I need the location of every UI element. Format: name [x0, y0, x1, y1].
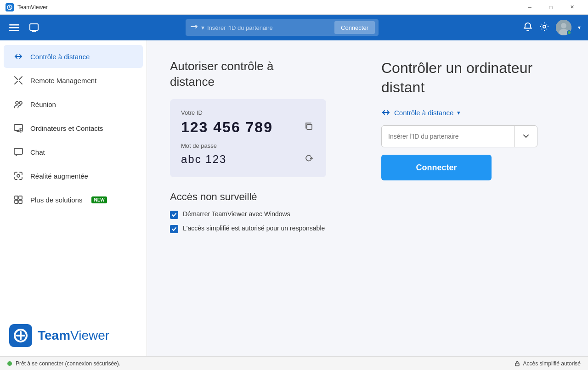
right-panel: Contrôler un ordinateurdistant Contrôle … — [381, 59, 565, 338]
app-title: TeamViewer — [17, 4, 48, 11]
lock-icon — [514, 360, 520, 367]
sidebar-item-remote-management[interactable]: Remote Management — [4, 69, 143, 92]
title-bar-left: TeamViewer — [6, 3, 48, 11]
copy-id-button[interactable] — [302, 120, 315, 135]
teamviewer-logo-text: TeamViewer — [38, 328, 109, 343]
quick-support-button[interactable] — [27, 20, 41, 35]
app-icon — [6, 3, 14, 11]
toolbar-connect-button[interactable]: Connecter — [334, 21, 375, 34]
partner-id-toolbar-wrap: ▾ Connecter — [186, 19, 379, 36]
remote-control-chevron-icon: ▾ — [457, 109, 460, 116]
settings-icon[interactable] — [539, 22, 549, 34]
notification-icon[interactable] — [523, 22, 533, 34]
left-panel: Autoriser contrôle àdistance Votre ID 12… — [170, 59, 354, 338]
sidebar-item-label-chat: Chat — [30, 148, 45, 156]
checkbox-2[interactable] — [170, 225, 178, 233]
partner-id-wrap — [381, 125, 537, 147]
svg-rect-17 — [15, 200, 18, 203]
sidebar: Contrôle à distance Remote Management Ré… — [0, 40, 147, 356]
reunion-icon — [13, 99, 24, 109]
toolbar-arrow-icon — [189, 22, 198, 34]
refresh-password-button[interactable] — [302, 152, 315, 167]
toolbar-partner-id-input[interactable] — [207, 24, 332, 31]
svg-point-5 — [543, 25, 546, 28]
left-section-title: Autoriser contrôle àdistance — [170, 59, 354, 90]
toolbar-center: ▾ Connecter — [47, 19, 517, 36]
main-layout: Contrôle à distance Remote Management Ré… — [0, 40, 588, 356]
partner-id-input[interactable] — [382, 133, 514, 140]
status-left: Prêt à se connecter (connexion sécurisée… — [7, 360, 120, 367]
partner-id-chevron-button[interactable] — [514, 125, 537, 147]
sidebar-item-label-computers-contacts: Ordinateurs et Contacts — [30, 124, 103, 132]
sidebar-item-reunion[interactable]: Réunion — [4, 93, 143, 116]
main-content: Autoriser contrôle àdistance Votre ID 12… — [147, 40, 588, 356]
svg-rect-13 — [14, 148, 23, 154]
simplified-access-text: Accès simplifié autorisé — [523, 360, 581, 367]
svg-point-14 — [17, 174, 20, 177]
password-label: Mot de passe — [181, 142, 315, 149]
sidebar-item-computers-contacts[interactable]: Ordinateurs et Contacts — [4, 117, 143, 140]
sidebar-item-chat[interactable]: Chat — [4, 140, 143, 163]
avatar-chevron-icon[interactable]: ▾ — [578, 24, 581, 31]
id-number: 123 456 789 — [181, 119, 273, 136]
svg-rect-22 — [515, 363, 519, 366]
sidebar-bottom: TeamViewer — [0, 315, 147, 356]
title-bar: TeamViewer ─ □ ✕ — [0, 0, 588, 15]
remote-control-link-label: Contrôle à distance — [394, 109, 453, 117]
svg-rect-21 — [307, 124, 312, 129]
svg-rect-4 — [30, 24, 38, 30]
status-bar: Prêt à se connecter (connexion sécurisée… — [0, 356, 588, 370]
unattended-title: Accès non surveillé — [170, 191, 354, 203]
sidebar-item-label-reunion: Réunion — [30, 101, 56, 108]
checkbox-label-1: Démarrer TeamViewer avec Windows — [183, 210, 290, 218]
computers-contacts-icon — [13, 123, 24, 133]
svg-rect-1 — [9, 24, 19, 26]
avatar-wrap[interactable] — [556, 20, 571, 35]
close-button[interactable]: ✕ — [561, 0, 582, 15]
svg-rect-2 — [9, 27, 19, 28]
sidebar-item-ar[interactable]: Réalité augmentée — [4, 164, 143, 187]
svg-point-10 — [19, 101, 22, 104]
solutions-icon — [13, 195, 24, 205]
sidebar-item-solutions[interactable]: Plus de solutions NEW — [4, 188, 143, 211]
sidebar-item-label-remote-management: Remote Management — [30, 77, 96, 84]
svg-rect-16 — [19, 196, 22, 199]
sidebar-nav: Contrôle à distance Remote Management Ré… — [0, 40, 147, 212]
sidebar-item-label-solutions: Plus de solutions — [30, 196, 82, 204]
connect-button[interactable]: Connecter — [381, 155, 492, 180]
window-controls: ─ □ ✕ — [519, 0, 582, 15]
svg-rect-3 — [9, 30, 19, 31]
toolbar-dropdown-icon[interactable]: ▾ — [201, 24, 204, 31]
maximize-button[interactable]: □ — [540, 0, 561, 15]
id-card-value: 123 456 789 — [181, 119, 315, 136]
checkbox-row-2: L'accès simplifié est autorisé pour un r… — [170, 224, 354, 233]
svg-rect-18 — [19, 200, 22, 203]
right-section-title: Contrôler un ordinateurdistant — [381, 59, 565, 97]
toolbar-right: ▾ — [523, 20, 581, 35]
ar-icon — [13, 171, 24, 181]
remote-control-link[interactable]: Contrôle à distance ▾ — [381, 108, 565, 117]
svg-point-7 — [561, 23, 566, 28]
id-card: Votre ID 123 456 789 Mot de passe abc 12… — [170, 99, 326, 177]
password-value: abc 123 — [181, 153, 226, 166]
id-card-label: Votre ID — [181, 109, 315, 116]
status-text: Prêt à se connecter (connexion sécurisée… — [16, 360, 120, 367]
svg-rect-15 — [15, 196, 18, 199]
minimize-button[interactable]: ─ — [519, 0, 540, 15]
sidebar-item-remote-control[interactable]: Contrôle à distance — [4, 45, 143, 68]
toolbar: ▾ Connecter ▾ — [0, 15, 588, 40]
password-value-row: abc 123 — [181, 152, 315, 167]
menu-button[interactable] — [7, 21, 21, 34]
chat-icon — [13, 147, 24, 157]
sidebar-item-label-ar: Réalité augmentée — [30, 172, 88, 180]
status-right: Accès simplifié autorisé — [514, 360, 581, 367]
new-badge: NEW — [91, 196, 107, 203]
online-indicator — [567, 30, 571, 35]
remote-management-icon — [13, 75, 24, 85]
remote-control-icon — [13, 51, 24, 62]
teamviewer-logo-icon — [9, 324, 32, 347]
svg-point-9 — [16, 101, 18, 104]
checkbox-row-1: Démarrer TeamViewer avec Windows — [170, 210, 354, 219]
status-dot — [7, 361, 12, 366]
checkbox-1[interactable] — [170, 211, 178, 219]
